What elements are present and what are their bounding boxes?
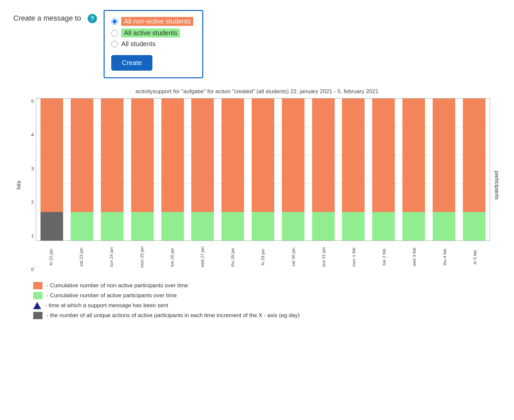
legend-swatch-green <box>33 292 43 299</box>
bar-green-1 <box>71 212 93 241</box>
bar-green-5 <box>191 212 214 241</box>
bar-orange-13 <box>433 99 455 212</box>
bar-green-8 <box>282 212 304 241</box>
bar-col-8 <box>278 99 308 241</box>
bars-area <box>36 99 490 241</box>
x-label-12: wed 3 feb <box>399 242 429 272</box>
bar-orange-9 <box>312 99 335 212</box>
bar-col-1 <box>67 99 97 241</box>
create-button[interactable]: Create <box>111 55 152 71</box>
bar-green-12 <box>402 212 425 241</box>
y-tick-3: 3 <box>23 166 36 171</box>
x-label-5: wed 27 jan <box>187 242 217 272</box>
radio-label-non-active: All non-active students <box>121 17 193 26</box>
legend-label-orange: - Cumulative number of non-active partic… <box>46 282 188 289</box>
radio-option-non-active[interactable]: All non-active students <box>111 17 194 26</box>
y-tick-0: 0 <box>23 266 36 272</box>
bar-orange-0 <box>41 99 63 212</box>
radio-option-active[interactable]: All active students <box>111 29 194 37</box>
legend-item-green: - Cumulative number of active participan… <box>33 292 501 299</box>
bar-orange-12 <box>402 99 425 212</box>
x-label-2: sun 24 jan <box>96 242 127 272</box>
x-label-11: tue 2 feb <box>369 242 399 272</box>
x-label-6: thu 28 jan <box>217 242 248 272</box>
y-tick-4: 4 <box>23 132 36 137</box>
bar-orange-10 <box>342 99 365 212</box>
legend-triangle-icon <box>33 302 41 309</box>
bar-green-4 <box>161 212 184 241</box>
chart-inner: 5 4 3 2 1 0 <box>23 98 490 272</box>
legend-swatch-gray <box>33 312 43 319</box>
bar-orange-7 <box>252 99 274 212</box>
chart-title: activitysupport for "aufgabe" for action… <box>13 88 501 95</box>
bar-green-2 <box>101 212 124 241</box>
bar-col-5 <box>188 99 218 241</box>
help-icon[interactable]: ? <box>88 14 97 23</box>
bar-green-10 <box>342 212 365 241</box>
radio-label-active: All active students <box>121 29 180 37</box>
bar-col-0 <box>37 99 67 241</box>
radio-option-all[interactable]: All students <box>111 40 194 48</box>
x-label-4: tue 26 jan <box>157 242 187 272</box>
legend-swatch-orange <box>33 282 43 289</box>
x-label-3: mon 25 jan <box>127 242 157 272</box>
bar-col-9 <box>308 99 338 241</box>
bar-orange-14 <box>463 99 485 212</box>
bar-col-13 <box>429 99 459 241</box>
legend-label-green: - Cumulative number of active participan… <box>46 292 177 299</box>
bar-green-6 <box>221 212 244 241</box>
y-tick-1: 1 <box>23 233 36 239</box>
radio-group: All non-active students All active stude… <box>111 17 194 48</box>
y-axis-label: hits <box>13 98 23 272</box>
y-tick-5: 5 <box>23 98 36 104</box>
legend-item-orange: - Cumulative number of non-active partic… <box>33 282 501 289</box>
message-box: All non-active students All active stude… <box>104 10 203 78</box>
bar-orange-5 <box>191 99 214 212</box>
x-label-8: sat 30 jan <box>278 242 308 272</box>
y-tick-2: 2 <box>23 199 36 205</box>
create-label: Create a message to <box>13 14 81 23</box>
bar-col-14 <box>459 99 489 241</box>
x-label-1: sat 23 jan <box>66 242 96 272</box>
bar-orange-2 <box>101 99 124 212</box>
bar-green-7 <box>252 212 274 241</box>
bar-orange-8 <box>282 99 304 212</box>
legend-item-triangle: - time at which a support message has be… <box>33 302 501 309</box>
x-label-14: fri 5 feb <box>460 242 490 272</box>
top-section: Create a message to ? All non-active stu… <box>13 10 501 78</box>
bar-green-14 <box>463 212 485 241</box>
bar-col-6 <box>218 99 248 241</box>
bar-col-11 <box>369 99 399 241</box>
bar-orange-1 <box>71 99 93 212</box>
chart-section: activitysupport for "aufgabe" for action… <box>13 88 501 319</box>
chart-plot-area <box>36 98 490 241</box>
bar-col-7 <box>248 99 278 241</box>
x-label-10: mon 1 feb <box>339 242 369 272</box>
x-label-7: fri 29 jan <box>248 242 278 272</box>
radio-all[interactable] <box>111 41 118 47</box>
bar-orange-11 <box>372 99 395 212</box>
bar-green-13 <box>433 212 455 241</box>
x-label-0: fri 22 jan <box>36 242 66 272</box>
radio-label-all: All students <box>121 40 155 48</box>
right-y-axis-label: participants <box>490 98 501 272</box>
bar-green-11 <box>372 212 395 241</box>
bar-orange-4 <box>161 99 184 212</box>
x-label-13: thu 4 feb <box>430 242 460 272</box>
bar-green-3 <box>131 212 154 241</box>
bar-green-9 <box>312 212 335 241</box>
x-axis-labels: fri 22 jan sat 23 jan sun 24 jan mon 25 … <box>36 242 490 272</box>
x-label-9: sun 31 jan <box>308 242 339 272</box>
legend-label-gray: - the number of all unique actions of ac… <box>46 312 300 319</box>
bar-col-2 <box>97 99 128 241</box>
radio-active[interactable] <box>111 30 118 36</box>
legend-item-gray: - the number of all unique actions of ac… <box>33 312 501 319</box>
bar-col-3 <box>127 99 157 241</box>
bar-col-10 <box>338 99 369 241</box>
bar-orange-3 <box>131 99 154 212</box>
bar-gray-0 <box>41 212 63 241</box>
radio-non-active[interactable] <box>111 18 118 25</box>
chart-legend: - Cumulative number of non-active partic… <box>13 282 501 319</box>
bar-col-4 <box>157 99 188 241</box>
bar-orange-6 <box>221 99 244 212</box>
